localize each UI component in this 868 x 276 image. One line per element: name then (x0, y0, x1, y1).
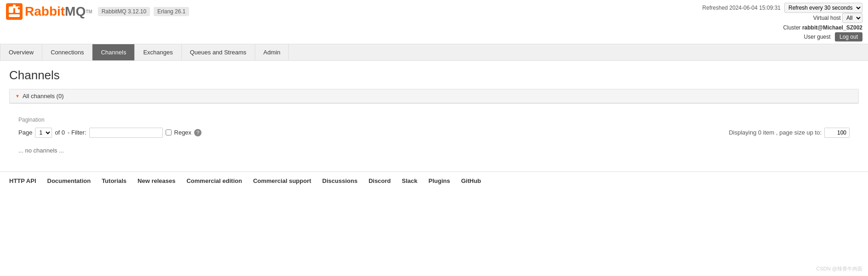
footer-link-http-api[interactable]: HTTP API (9, 177, 36, 184)
footer-link-commercial-support[interactable]: Commercial support (253, 177, 311, 184)
collapse-triangle-icon: ▼ (15, 94, 20, 99)
logo-mq: MQ (65, 4, 86, 19)
all-channels-panel: ▼ All channels (0) (9, 89, 859, 104)
nav-item-exchanges[interactable]: Exchanges (135, 44, 181, 60)
rabbitmq-version-badge: RabbitMQ 3.12.10 (98, 7, 150, 16)
nav-item-queues-streams[interactable]: Queues and Streams (182, 44, 255, 60)
pagination-right: Displaying 0 item , page size up to: (729, 128, 850, 138)
page-label: Page (18, 129, 32, 136)
virtual-host-select[interactable]: All (842, 13, 862, 23)
svg-rect-1 (9, 6, 13, 13)
nav-item-connections[interactable]: Connections (42, 44, 92, 60)
rabbitmq-logo-icon (6, 3, 23, 20)
user-value: guest (817, 34, 830, 40)
nav-item-overview[interactable]: Overview (0, 44, 42, 60)
svg-rect-3 (9, 14, 20, 17)
filter-input[interactable] (89, 128, 163, 138)
footer-link-discussions[interactable]: Discussions (322, 177, 358, 184)
refreshed-text: Refreshed 2024-06-04 15:09:31 (702, 3, 781, 12)
logout-button[interactable]: Log out (835, 32, 862, 41)
all-channels-header[interactable]: ▼ All channels (0) (10, 89, 858, 103)
footer-link-commercial-edition[interactable]: Commercial edition (186, 177, 242, 184)
main-content: Channels ▼ All channels (0) Pagination P… (0, 61, 868, 171)
of-label: of 0 (55, 129, 65, 136)
no-channels-message: ... no channels ... (18, 142, 850, 159)
logo-tm: TM (86, 9, 92, 14)
page-select[interactable]: 1 (35, 128, 52, 138)
logo[interactable]: RabbitMQTM (6, 3, 92, 20)
erlang-version-badge: Erlang 26.1 (154, 7, 189, 16)
page-title: Channels (9, 68, 859, 82)
footer-link-documentation[interactable]: Documentation (47, 177, 91, 184)
refresh-select[interactable]: Refresh every 30 seconds (784, 3, 862, 13)
logo-area: RabbitMQTM RabbitMQ 3.12.10 Erlang 26.1 (6, 3, 189, 20)
displaying-text: Displaying 0 item , page size up to: (729, 129, 822, 136)
top-right-info: Refreshed 2024-06-04 15:09:31 Refresh ev… (702, 3, 862, 42)
logo-rabbit: Rabbit (25, 4, 65, 19)
version-badges: RabbitMQ 3.12.10 Erlang 26.1 (98, 7, 190, 16)
user-label: User (804, 34, 816, 40)
regex-label: Regex (174, 129, 192, 136)
cluster-value: rabbit@Michael_SZ002 (802, 24, 862, 31)
pagination-section: Pagination Page 1 of 0 - Filter: Regex ?… (9, 111, 859, 164)
regex-checkbox[interactable] (166, 129, 172, 135)
cluster-label: Cluster (783, 24, 801, 31)
footer-link-tutorials[interactable]: Tutorials (102, 177, 126, 184)
filter-label: - Filter: (68, 129, 86, 136)
virtual-host-line: Virtual host All (702, 13, 862, 23)
footer-link-github[interactable]: GitHub (461, 177, 481, 184)
svg-point-5 (18, 7, 20, 10)
footer-link-slack[interactable]: Slack (402, 177, 418, 184)
footer: HTTP API Documentation Tutorials New rel… (0, 171, 868, 190)
svg-rect-4 (13, 5, 16, 8)
nav-item-channels[interactable]: Channels (92, 44, 135, 60)
footer-link-discord[interactable]: Discord (368, 177, 391, 184)
user-line: User guest Log out (702, 32, 862, 41)
footer-link-new-releases[interactable]: New releases (138, 177, 175, 184)
cluster-line: Cluster rabbit@Michael_SZ002 (702, 23, 862, 32)
page-size-input[interactable] (824, 128, 850, 138)
help-icon[interactable]: ? (194, 129, 201, 136)
footer-link-plugins[interactable]: Plugins (429, 177, 450, 184)
nav-bar: Overview Connections Channels Exchanges … (0, 44, 868, 61)
pagination-label: Pagination (18, 117, 850, 123)
nav-item-admin[interactable]: Admin (255, 44, 289, 60)
refresh-line: Refreshed 2024-06-04 15:09:31 Refresh ev… (702, 3, 862, 13)
virtual-host-label: Virtual host (813, 15, 841, 21)
pagination-controls: Page 1 of 0 - Filter: Regex ? Displaying… (18, 128, 850, 138)
all-channels-label: All channels (0) (23, 93, 64, 100)
top-bar: RabbitMQTM RabbitMQ 3.12.10 Erlang 26.1 … (0, 0, 868, 44)
